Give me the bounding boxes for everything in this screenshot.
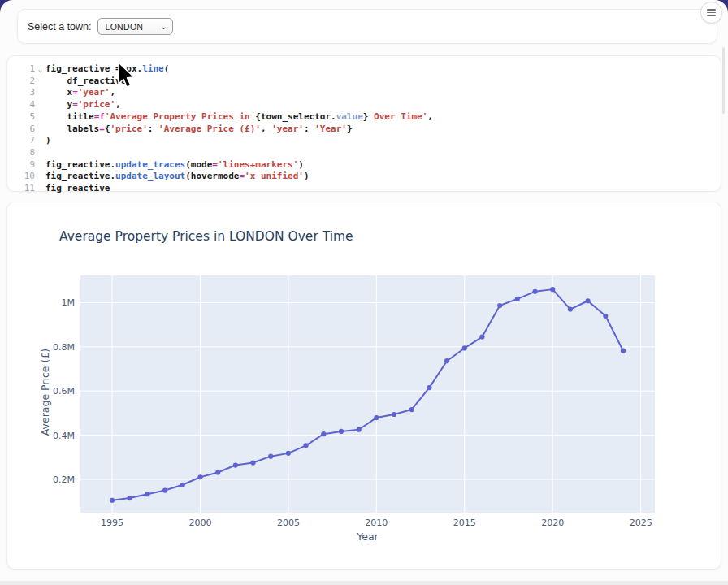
bottom-edge-strip — [0, 581, 728, 585]
town-dropdown[interactable]: LONDON ⌄ — [98, 18, 173, 35]
svg-text:2010: 2010 — [365, 518, 388, 528]
svg-text:2005: 2005 — [277, 518, 300, 528]
svg-text:0.8M: 0.8M — [53, 342, 75, 353]
svg-text:2015: 2015 — [453, 518, 476, 528]
town-selector-label: Select a town: — [28, 21, 92, 32]
svg-text:0.4M: 0.4M — [53, 431, 75, 441]
x-axis-title: Year — [80, 531, 655, 543]
code-editor-cell[interactable]: 1⌄fig_reactive = px.line(2 df_reactive,3… — [6, 55, 722, 192]
selector-cell: Select a town: LONDON ⌄ — [17, 9, 717, 44]
svg-text:2000: 2000 — [188, 518, 211, 528]
svg-text:1M: 1M — [62, 297, 76, 308]
svg-text:0.2M: 0.2M — [53, 474, 75, 485]
svg-text:2020: 2020 — [541, 518, 564, 528]
app-window: Select a town: LONDON ⌄ 1⌄fig_reactive =… — [0, 0, 728, 585]
y-axis-title: Average Price (£) — [39, 319, 51, 466]
svg-text:0.6M: 0.6M — [53, 386, 75, 396]
code-lines: 1⌄fig_reactive = px.line(2 df_reactive,3… — [7, 56, 721, 195]
notebook-menu-button[interactable] — [700, 2, 722, 24]
chevron-down-icon: ⌄ — [160, 22, 167, 31]
notebook-page: Select a town: LONDON ⌄ 1⌄fig_reactive =… — [0, 0, 728, 585]
svg-text:2025: 2025 — [630, 518, 652, 528]
town-dropdown-value: LONDON — [106, 22, 144, 32]
hamburger-icon — [707, 7, 716, 18]
chart-output-cell: Average Property Prices in LONDON Over T… — [6, 202, 722, 570]
chart-canvas[interactable]: 19952000200520102015202020250.2M0.4M0.6M… — [7, 202, 721, 569]
scrollbar[interactable] — [722, 47, 725, 114]
mouse-cursor-icon — [117, 62, 138, 91]
svg-text:1995: 1995 — [101, 518, 124, 528]
